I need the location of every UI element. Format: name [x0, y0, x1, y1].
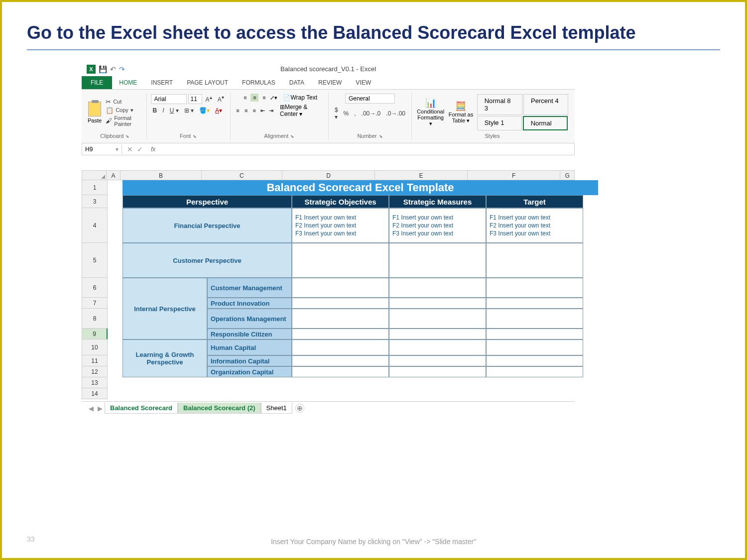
cell-human-capital[interactable]: Human Capital — [207, 339, 292, 355]
fx-label[interactable]: fx — [151, 146, 155, 153]
cell-learning-perspective[interactable]: Learning & Growth Perspective — [123, 339, 207, 377]
row-header-8[interactable]: 8 — [82, 309, 108, 329]
tab-data[interactable]: DATA — [282, 76, 311, 89]
th-target[interactable]: Target — [486, 195, 583, 208]
comma-button[interactable]: , — [352, 109, 358, 118]
decrease-indent-icon[interactable]: ⇤ — [259, 107, 266, 114]
tab-page-layout[interactable]: PAGE LAYOUT — [180, 76, 235, 89]
wrap-text-button[interactable]: 📄Wrap Text — [283, 94, 317, 101]
clipboard-launcher-icon[interactable]: ⬊ — [125, 134, 129, 139]
cell-empty[interactable] — [292, 329, 389, 339]
sheet-nav-next-icon[interactable]: ▶ — [96, 405, 105, 412]
cell-empty[interactable] — [292, 339, 389, 355]
cell-empty[interactable] — [292, 309, 389, 329]
cell-empty[interactable] — [486, 366, 583, 377]
cell-empty[interactable] — [292, 278, 389, 298]
decrease-font-button[interactable]: A▾ — [216, 94, 226, 104]
row-header-9[interactable]: 9 — [82, 329, 108, 339]
row-header-7[interactable]: 7 — [82, 298, 108, 309]
row-header-12[interactable]: 12 — [82, 366, 108, 377]
cell-information-capital[interactable]: Information Capital — [207, 355, 292, 366]
tab-view[interactable]: VIEW — [349, 76, 378, 89]
cell-empty[interactable] — [389, 329, 486, 339]
sheet-nav-prev-icon[interactable]: ◀ — [87, 405, 96, 412]
border-button[interactable]: ⊞ ▾ — [182, 106, 196, 115]
cell-organization-capital[interactable]: Organization Capital — [207, 366, 292, 377]
redo-icon[interactable]: ↷ — [119, 65, 125, 73]
cell-empty[interactable] — [389, 243, 486, 278]
col-header-g[interactable]: G — [560, 170, 575, 180]
col-header-c[interactable]: C — [202, 170, 282, 180]
alignment-launcher-icon[interactable]: ⬊ — [290, 134, 294, 139]
align-bottom-icon[interactable]: ≡ — [260, 94, 268, 102]
fill-color-button[interactable]: 🪣▾ — [197, 106, 212, 115]
tab-insert[interactable]: INSERT — [144, 76, 180, 89]
cell-empty[interactable] — [486, 309, 583, 329]
row-header-4[interactable]: 4 — [82, 208, 108, 243]
sheet-tab-sheet1[interactable]: Sheet1 — [261, 403, 292, 414]
align-top-icon[interactable]: ≡ — [241, 94, 249, 102]
cell-empty[interactable] — [292, 366, 389, 377]
cell-empty[interactable] — [389, 366, 486, 377]
tab-review[interactable]: REVIEW — [311, 76, 349, 89]
increase-decimal-button[interactable]: .00→.0 — [360, 109, 383, 118]
copy-button[interactable]: 📋Copy ▾ — [106, 107, 142, 114]
paste-button[interactable]: Paste — [88, 102, 102, 123]
number-launcher-icon[interactable]: ⬊ — [379, 134, 383, 139]
style-normal[interactable]: Normal — [523, 116, 568, 130]
undo-icon[interactable]: ↶ — [110, 65, 116, 73]
cell-empty[interactable] — [292, 243, 389, 278]
orientation-icon[interactable]: ⤢▾ — [269, 94, 277, 102]
cell-financial-target[interactable]: F1 Insert your own text F2 Insert your o… — [486, 208, 583, 243]
sheet-title[interactable]: Balanced Scorecard Excel Template — [123, 180, 598, 195]
cell-financial-perspective[interactable]: Financial Perspective — [123, 208, 292, 243]
cut-button[interactable]: ✂Cut — [106, 98, 142, 106]
underline-button[interactable]: U ▾ — [168, 106, 181, 115]
format-as-table-button[interactable]: 🧮 Format as Table ▾ — [447, 101, 474, 124]
row-header-1[interactable]: 1 — [82, 180, 108, 195]
cell-empty[interactable] — [486, 243, 583, 278]
row-header-11[interactable]: 11 — [82, 355, 108, 366]
align-middle-icon[interactable]: ≡ — [250, 94, 258, 102]
cell-empty[interactable] — [389, 355, 486, 366]
cell-empty[interactable] — [486, 298, 583, 309]
name-box[interactable]: H9▾ — [82, 145, 122, 154]
cell-customer-mgmt[interactable]: Customer Management — [207, 278, 292, 298]
font-name-select[interactable] — [151, 94, 187, 104]
row-header-6[interactable]: 6 — [82, 278, 108, 298]
cell-empty[interactable] — [486, 355, 583, 366]
cell-empty[interactable] — [292, 298, 389, 309]
format-painter-button[interactable]: 🖌Format Painter — [106, 115, 142, 127]
col-header-a[interactable]: A — [107, 170, 121, 180]
cell-operations-mgmt[interactable]: Operations Management — [207, 309, 292, 329]
align-center-icon[interactable]: ≡ — [243, 107, 249, 114]
cell-empty[interactable] — [486, 278, 583, 298]
col-header-e[interactable]: E — [375, 170, 468, 180]
select-all-corner[interactable] — [82, 170, 107, 180]
row-header-10[interactable]: 10 — [82, 339, 108, 355]
enter-formula-icon[interactable]: ✓ — [137, 145, 143, 153]
cell-empty[interactable] — [389, 309, 486, 329]
style-style1[interactable]: Style 1 — [477, 116, 522, 130]
cell-responsible-citizen[interactable]: Responsible Citizen — [207, 329, 292, 339]
cell-empty[interactable] — [292, 355, 389, 366]
tab-home[interactable]: HOME — [112, 76, 144, 89]
row-header-14[interactable]: 14 — [82, 388, 108, 399]
percent-button[interactable]: % — [342, 109, 351, 118]
save-icon[interactable]: 💾 — [99, 65, 107, 73]
cell-customer-perspective[interactable]: Customer Perspective — [123, 243, 292, 278]
align-left-icon[interactable]: ≡ — [235, 107, 242, 114]
cancel-formula-icon[interactable]: ✕ — [127, 145, 133, 153]
sheet-tab-balanced-scorecard-2[interactable]: Balanced Scorecard (2) — [178, 403, 261, 414]
font-launcher-icon[interactable]: ⬊ — [193, 134, 197, 139]
cell-empty[interactable] — [389, 339, 486, 355]
decrease-decimal-button[interactable]: .0→.00 — [384, 109, 407, 118]
cell-empty[interactable] — [389, 278, 486, 298]
increase-font-button[interactable]: A▴ — [204, 94, 214, 104]
th-measures[interactable]: Strategic Measures — [389, 195, 486, 208]
cell-financial-measures[interactable]: F1 Insert your own text F2 Insert your o… — [389, 208, 486, 243]
cell-product-innovation[interactable]: Product Innovation — [207, 298, 292, 309]
conditional-formatting-button[interactable]: 📊 Conditional Formatting ▾ — [416, 98, 445, 127]
col-header-f[interactable]: F — [468, 170, 560, 180]
row-header-13[interactable]: 13 — [82, 377, 108, 388]
